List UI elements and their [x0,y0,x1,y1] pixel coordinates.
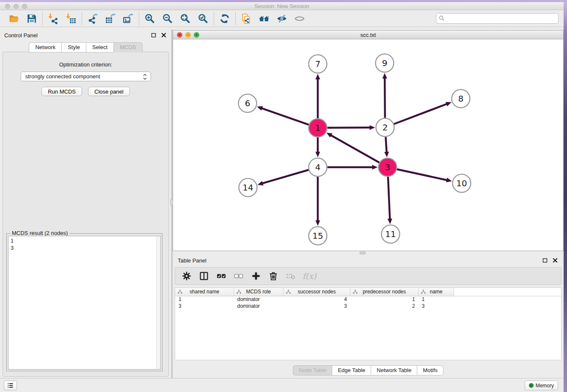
search-input[interactable] [436,13,559,24]
graph-node-label: 8 [458,94,464,104]
graph-node-label: 14 [242,182,253,193]
memory-button[interactable]: Memory [525,381,558,390]
control-panel-header: Control Panel [0,30,171,41]
network-minimize-button[interactable] [185,32,191,38]
criterion-dropdown[interactable]: strongly connected component [21,72,151,81]
show-hidden-icon [293,12,306,25]
graph-edge-2-9[interactable] [385,77,385,118]
import-network-icon[interactable] [47,12,60,25]
graph-edge-1-6[interactable] [261,108,309,124]
deselect-all-columns-icon[interactable] [233,271,244,282]
export-image-icon[interactable] [121,12,135,25]
function-builder-icon: f(x) [303,271,317,282]
table-tab-network-table[interactable]: Network Table [371,365,417,375]
graph-edge-arrowhead [388,218,392,224]
graph-edge-arrowhead [369,125,375,130]
toolbar-group [82,12,139,25]
table-row[interactable]: 1dominator411 [175,296,561,303]
table-panel: Table Panel f(x) shared nameMCDS rolesuc… [173,255,564,378]
control-panel-tab-select[interactable]: Select [86,42,113,52]
main-toolbar [0,10,564,27]
toggle-columns-icon[interactable] [198,271,209,282]
graph-edge-arrowhead [315,74,320,80]
node-table: shared nameMCDS rolesuccessor nodesprede… [175,288,561,309]
graph-edge-3-11[interactable] [388,177,390,219]
mcds-result-title: MCDS result (2 nodes) [10,230,69,236]
criterion-dropdown-value: strongly connected component [25,73,100,80]
delete-table-icon [285,271,296,282]
graph-edge-arrowhead [315,221,320,226]
mcds-result-text[interactable]: 13 [8,236,161,370]
hide-selected-icon[interactable] [275,12,289,25]
graph-edge-3-10[interactable] [397,169,447,180]
export-table-icon[interactable] [104,12,117,25]
table-panel-title: Table Panel [178,257,538,264]
home-icon[interactable] [257,12,271,25]
open-session-icon[interactable] [7,12,21,25]
table-cell[interactable]: 2 [350,303,418,309]
graph-edge-4-14[interactable] [262,170,308,183]
float-table-panel-icon[interactable] [542,257,548,264]
table-cell[interactable]: 1 [418,296,454,303]
network-canvas[interactable]: 7968124314101511 [173,39,563,251]
node-table-card: shared nameMCDS rolesuccessor nodesprede… [175,287,561,360]
graph-edge-1-2[interactable] [327,127,370,128]
control-panel-tab-network[interactable]: Network [29,42,61,52]
table-tab-motifs[interactable]: Motifs [417,365,443,375]
toolbar-group [139,12,214,25]
table-tab-edge-table[interactable]: Edge Table [332,365,371,375]
close-panel-icon[interactable] [160,32,167,39]
column-header-shared-name[interactable]: shared name [175,288,234,296]
column-header-successor-nodes[interactable]: successor nodes [283,288,350,296]
table-cell[interactable]: dominator [234,296,283,303]
graph-edge-3-1[interactable] [330,135,379,163]
table-cell-filler [454,303,561,309]
mcds-result-scrollbar[interactable] [156,236,160,369]
add-column-icon[interactable] [250,271,261,282]
column-header-predecessor-nodes[interactable]: predecessor nodes [350,288,418,296]
window-titlebar: Session: New Session [0,2,564,10]
run-mcds-button[interactable]: Run MCDS [41,87,82,96]
import-table-icon[interactable] [64,12,78,25]
panel-splitter-horizontal-grip[interactable] [360,251,366,254]
network-view-window: scc.txt 7968124314101511 [173,30,564,251]
table-cell[interactable]: 1 [350,296,418,303]
mcds-result-line: 3 [11,244,158,251]
table-tab-node-table[interactable]: Node Table [293,365,332,375]
clone-network-icon[interactable] [239,12,253,25]
table-cell[interactable]: 4 [283,296,350,303]
select-all-columns-icon[interactable] [216,271,227,282]
zoom-fit-icon[interactable] [179,12,192,25]
mcds-result-group: MCDS result (2 nodes) 13 [6,233,162,371]
graph-edge-2-3[interactable] [385,137,386,152]
mcds-tab-content: Optimization criterion: strongly connect… [3,52,169,377]
apply-layout-icon[interactable] [218,12,231,25]
float-panel-icon[interactable] [150,32,157,39]
close-panel-button[interactable]: Close panel [88,87,130,96]
table-cell[interactable]: 3 [418,303,454,309]
control-panel-tab-style[interactable]: Style [61,42,86,52]
network-close-button[interactable] [177,32,182,38]
table-row[interactable]: 3dominator323 [175,303,561,309]
network-zoom-button[interactable] [194,32,199,38]
network-window-controls [177,32,199,38]
graph-node-label: 7 [315,59,321,69]
save-session-icon[interactable] [25,12,39,25]
table-settings-icon[interactable] [181,271,192,282]
graph-edge-2-8[interactable] [394,104,447,124]
zoom-selected-icon[interactable] [196,12,210,25]
control-panel-tab-mcds[interactable]: MCDS [113,42,142,52]
column-header-MCDS-role[interactable]: MCDS role [234,288,283,296]
close-table-panel-icon[interactable] [552,257,559,264]
table-cell[interactable]: 3 [175,303,234,309]
table-cell[interactable]: dominator [234,303,283,309]
export-network-icon[interactable] [86,12,99,25]
panel-list-button[interactable] [4,381,17,390]
delete-column-icon[interactable] [268,271,279,282]
memory-button-label: Memory [536,383,554,389]
table-cell[interactable]: 3 [283,303,350,309]
zoom-in-icon[interactable] [143,12,157,25]
zoom-out-icon[interactable] [161,12,174,25]
table-cell[interactable]: 1 [175,296,234,303]
column-header-name[interactable]: name [418,288,454,296]
